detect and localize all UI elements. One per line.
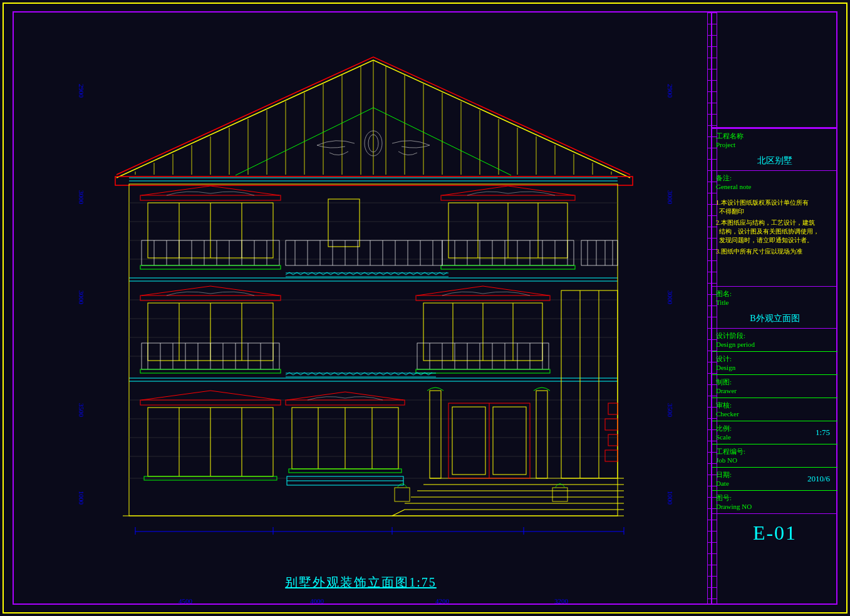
villa-elevation <box>98 53 649 535</box>
dim-h3: 4200 <box>417 597 467 605</box>
svg-rect-80 <box>140 400 281 405</box>
drawing-no-label: 图号: Drawing NO <box>712 490 837 513</box>
svg-rect-144 <box>140 265 281 269</box>
svg-rect-73 <box>536 391 547 478</box>
dim-vl1: 2900 <box>78 84 85 98</box>
svg-rect-162 <box>328 199 360 247</box>
title-label: 图名: Title <box>712 286 837 309</box>
design-period: 设计阶段: Design period <box>712 328 837 351</box>
checker: 审核: Checker <box>712 398 837 421</box>
drawing-caption: 别墅外观装饰立面图1:75 <box>285 574 437 591</box>
sheet-number: E-01 <box>712 513 837 552</box>
svg-rect-163 <box>286 240 442 265</box>
svg-rect-176 <box>581 240 618 265</box>
dim-vl5: 1000 <box>78 491 85 505</box>
svg-rect-110 <box>140 369 281 373</box>
dim-vr3: 3000 <box>666 290 674 304</box>
scale-label: 比例: Scale <box>716 424 732 441</box>
svg-rect-51 <box>129 184 618 516</box>
svg-rect-70 <box>608 434 618 446</box>
date-label: 日期: Date <box>716 470 732 488</box>
svg-rect-72 <box>430 391 441 478</box>
title-value: B外观立面图 <box>712 309 837 328</box>
svg-rect-128 <box>140 195 281 200</box>
title-block: 工程名称 Project 北区别墅 备注: General note 1.本设计… <box>711 11 837 605</box>
svg-rect-127 <box>416 369 550 373</box>
svg-rect-79 <box>552 488 568 501</box>
dim-vr5: 1000 <box>666 491 674 505</box>
elevation-svg <box>98 53 649 535</box>
note-2: 2.本图纸应与结构，工艺设计，建筑 结构，设计图及有关图纸协调使用， 发现问题时… <box>716 218 834 245</box>
drawer: 制图: Drawer <box>712 374 837 398</box>
svg-rect-76 <box>452 407 485 475</box>
project-value: 北区别墅 <box>712 151 837 170</box>
scale-row: 比例: Scale 1:75 <box>712 421 837 444</box>
dim-vl4: 3500 <box>78 403 85 417</box>
dim-vr2: 3000 <box>666 190 674 204</box>
cad-frame: 4500 4000 4200 3200 2900 3000 3000 3500 … <box>0 0 850 616</box>
scale-value: 1:75 <box>816 428 830 437</box>
project-label: 工程名称 Project <box>712 128 837 151</box>
note-3: 3.图纸中所有尺寸应以现场为准 <box>716 247 834 256</box>
date-value: 2010/6 <box>807 475 830 483</box>
svg-rect-68 <box>608 403 618 414</box>
dim-h4: 3200 <box>536 597 586 605</box>
dim-vr1: 2900 <box>666 84 674 98</box>
svg-rect-69 <box>605 419 618 430</box>
design: 设计: Design <box>712 351 837 374</box>
svg-rect-71 <box>605 450 618 461</box>
dim-h2: 4000 <box>292 597 342 605</box>
note-1: 1.本设计图纸版权系设计单位所有 不得翻印 <box>716 198 834 216</box>
dim-vl3: 3000 <box>78 290 85 304</box>
drawing-area: 4500 4000 4200 3200 2900 3000 3000 3500 … <box>16 15 705 603</box>
date-row: 日期: Date 2010/6 <box>712 467 837 490</box>
notes-label: 备注: General note <box>712 170 837 193</box>
svg-rect-161 <box>441 265 575 269</box>
dim-h1: 4500 <box>160 597 210 605</box>
svg-rect-145 <box>441 195 575 200</box>
svg-rect-77 <box>493 407 526 475</box>
svg-rect-78 <box>395 488 410 501</box>
svg-rect-86 <box>286 400 405 405</box>
svg-rect-91 <box>289 469 402 473</box>
titleblock-logo-area <box>712 11 837 128</box>
general-notes: 1.本设计图纸版权系设计单位所有 不得翻印 2.本图纸应与结构，工艺设计，建筑 … <box>712 193 837 261</box>
dim-vr4: 3500 <box>666 403 674 417</box>
jobno: 工程编号: Job NO <box>712 444 837 467</box>
dim-vl2: 3000 <box>78 190 85 204</box>
